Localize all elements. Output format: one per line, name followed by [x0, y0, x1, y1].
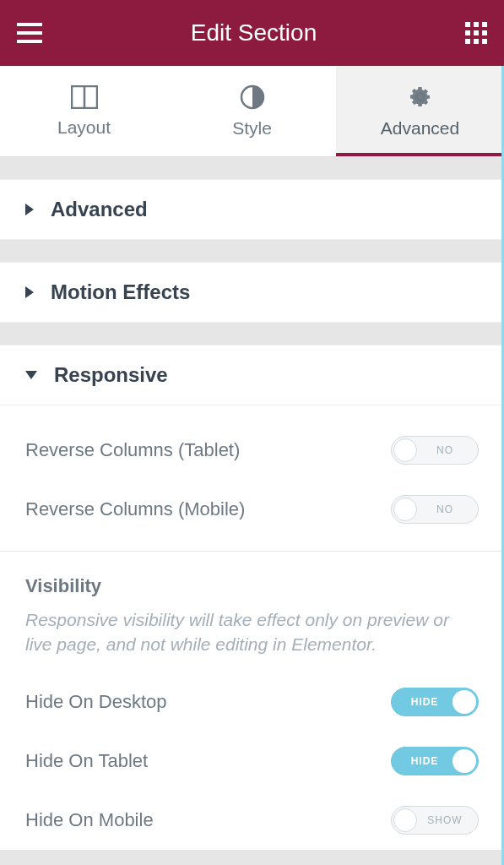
hide-on-desktop-toggle[interactable]: HIDE: [391, 688, 479, 716]
visibility-help-text: Responsive visibility will take effect o…: [25, 607, 479, 672]
toggle-knob: [393, 438, 417, 462]
toggle-state-label: HIDE: [392, 755, 453, 767]
toggle-knob: [453, 749, 476, 773]
hide-on-desktop-label: Hide On Desktop: [25, 691, 167, 713]
tabs-container: Layout Style Advanced: [0, 66, 504, 157]
apps-icon[interactable]: [465, 22, 487, 44]
accordion-advanced[interactable]: Advanced: [0, 179, 504, 240]
svg-rect-3: [465, 22, 470, 27]
tab-advanced-label: Advanced: [381, 118, 459, 139]
gear-icon: [408, 84, 433, 110]
reverse-columns-tablet-label: Reverse Columns (Tablet): [25, 439, 240, 461]
hide-on-mobile-label: Hide On Mobile: [25, 809, 154, 831]
menu-icon[interactable]: [17, 23, 42, 43]
spacer: [0, 323, 504, 345]
svg-rect-5: [482, 22, 487, 27]
toggle-knob: [393, 498, 417, 521]
style-icon: [240, 84, 265, 110]
toggle-state-label: HIDE: [392, 696, 453, 708]
accordion-advanced-label: Advanced: [51, 198, 148, 221]
panel-header: Edit Section: [0, 0, 504, 66]
tab-layout[interactable]: Layout: [0, 66, 168, 156]
chevron-down-icon: [25, 371, 37, 379]
toggle-state-label: SHOW: [417, 814, 478, 826]
svg-rect-2: [17, 40, 42, 43]
hide-on-tablet-label: Hide On Tablet: [25, 750, 148, 772]
chevron-right-icon: [25, 286, 34, 298]
chevron-right-icon: [25, 204, 34, 215]
reverse-columns-mobile-label: Reverse Columns (Mobile): [25, 498, 245, 520]
svg-rect-9: [465, 39, 470, 44]
accordion-motion-label: Motion Effects: [51, 280, 190, 304]
hide-on-tablet-toggle[interactable]: HIDE: [391, 747, 479, 775]
toggle-knob: [453, 690, 476, 714]
svg-rect-4: [474, 22, 479, 27]
reverse-columns-mobile-toggle[interactable]: NO: [391, 495, 479, 524]
svg-rect-1: [17, 31, 42, 35]
tab-advanced[interactable]: Advanced: [336, 66, 504, 156]
tab-style-label: Style: [232, 118, 272, 139]
panel-title: Edit Section: [191, 19, 317, 46]
reverse-columns-mobile-row: Reverse Columns (Mobile) NO: [25, 480, 479, 539]
hide-on-tablet-row: Hide On Tablet HIDE: [25, 732, 479, 791]
spacer: [0, 157, 504, 179]
hide-on-mobile-toggle[interactable]: SHOW: [391, 806, 479, 835]
layout-icon: [71, 85, 98, 109]
reverse-columns-tablet-toggle[interactable]: NO: [391, 436, 479, 465]
reverse-columns-tablet-row: Reverse Columns (Tablet) NO: [25, 421, 479, 480]
hide-on-mobile-row: Hide On Mobile SHOW: [25, 791, 479, 850]
svg-rect-7: [474, 30, 479, 35]
svg-rect-11: [482, 39, 487, 44]
svg-rect-8: [482, 30, 487, 35]
spacer: [0, 240, 504, 262]
accordion-responsive-label: Responsive: [54, 363, 168, 387]
hide-on-desktop-row: Hide On Desktop HIDE: [25, 672, 479, 732]
svg-rect-10: [474, 39, 479, 44]
toggle-knob: [393, 808, 417, 832]
accordion-motion-effects[interactable]: Motion Effects: [0, 262, 504, 323]
tab-style[interactable]: Style: [168, 66, 336, 156]
accordion-responsive[interactable]: Responsive: [0, 345, 504, 405]
svg-rect-6: [465, 30, 470, 35]
visibility-heading: Visibility: [25, 552, 479, 607]
toggle-state-label: NO: [417, 444, 478, 456]
toggle-state-label: NO: [417, 503, 478, 515]
tab-layout-label: Layout: [57, 117, 111, 138]
svg-rect-0: [17, 23, 42, 26]
responsive-section: Reverse Columns (Tablet) NO Reverse Colu…: [0, 405, 504, 850]
